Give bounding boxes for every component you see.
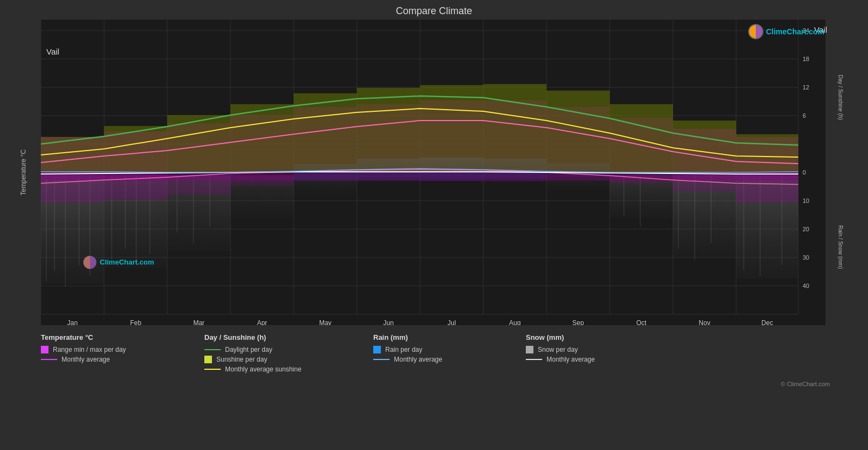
main-chart: 50 40 30 20 10 0 -10 -20 -30 -40 -50 24 …: [41, 20, 825, 325]
svg-rect-75: [104, 126, 167, 172]
svg-text:18: 18: [803, 56, 809, 62]
legend-daylight: Daylight per day: [204, 346, 368, 353]
svg-text:Aug: Aug: [509, 319, 520, 325]
legend-temp-range: Range min / max per day: [41, 346, 199, 353]
svg-rect-91: [673, 175, 736, 191]
snow-swatch: [526, 346, 533, 353]
svg-text:ClimeChart.com: ClimeChart.com: [100, 258, 154, 266]
legend-rain-title: Rain (mm): [373, 333, 520, 341]
snow-label: Snow per day: [538, 346, 578, 353]
svg-text:30: 30: [803, 254, 809, 261]
legend-temp-avg: Monthly average: [41, 356, 199, 363]
svg-text:Oct: Oct: [636, 319, 647, 325]
svg-text:May: May: [319, 319, 332, 325]
svg-text:Sep: Sep: [572, 319, 584, 325]
svg-text:Jun: Jun: [383, 319, 393, 325]
svg-rect-85: [736, 134, 798, 172]
legend-snow-swatch: Snow per day: [526, 346, 673, 353]
legend-rain: Rain (mm) Rain per day Monthly average: [373, 333, 520, 365]
right-axis-bottom-label: Rain / Snow (mm): [837, 172, 843, 322]
rain-swatch: [373, 346, 381, 353]
copyright: © ClimeChart.com: [0, 381, 868, 387]
svg-rect-83: [610, 104, 673, 172]
svg-rect-81: [483, 84, 547, 172]
svg-rect-80: [420, 85, 483, 172]
snow-avg-label: Monthly average: [547, 356, 595, 363]
svg-text:Dec: Dec: [761, 319, 773, 325]
temp-avg-line: [41, 359, 57, 360]
legend-temp-title: Temperature °C: [41, 333, 199, 341]
svg-text:Feb: Feb: [130, 319, 142, 325]
logo-text-top: ClimeChart.com: [766, 27, 824, 36]
svg-text:Apr: Apr: [257, 319, 268, 325]
rain-avg-line: [373, 359, 390, 360]
svg-text:0: 0: [803, 169, 806, 176]
chart-svg-container: Temperature °C: [5, 20, 863, 325]
svg-text:Mar: Mar: [193, 319, 205, 325]
sunshine-swatch: [204, 356, 212, 363]
temp-avg-label: Monthly average: [62, 356, 110, 363]
temp-range-label: Range min / max per day: [53, 346, 126, 353]
svg-text:12: 12: [803, 84, 809, 91]
svg-rect-79: [357, 88, 420, 172]
legend-sunshine-swatch: Sunshine per day: [204, 356, 368, 363]
svg-text:20: 20: [803, 226, 809, 232]
logo-top-right: ClimeChart.com: [748, 24, 824, 39]
legend-area: Temperature °C Range min / max per day M…: [0, 325, 868, 378]
svg-text:6: 6: [803, 112, 806, 119]
svg-text:Jan: Jan: [67, 319, 77, 325]
temp-range-swatch: [41, 346, 48, 353]
avg-sunshine-swatch: [204, 369, 221, 370]
svg-text:Nov: Nov: [699, 319, 710, 325]
svg-text:10: 10: [803, 197, 809, 204]
sunshine-label: Sunshine per day: [216, 356, 267, 363]
legend-temperature: Temperature °C Range min / max per day M…: [41, 333, 199, 365]
legend-snow-avg: Monthly average: [526, 356, 673, 363]
left-y-axis: Temperature °C: [5, 20, 41, 325]
svg-rect-84: [673, 121, 736, 172]
legend-rain-swatch: Rain per day: [373, 346, 520, 353]
svg-rect-89: [230, 175, 294, 186]
page-title: Compare Climate: [0, 0, 868, 20]
daylight-line-swatch: [204, 349, 221, 350]
chart-region: Vail Vail ClimeChart.com Temperature °C: [5, 20, 863, 325]
right-axis-top-label: Day / Sunshine (h): [837, 22, 843, 172]
svg-text:40: 40: [803, 283, 809, 289]
snow-avg-line: [526, 359, 542, 360]
avg-sunshine-label: Monthly average sunshine: [225, 365, 301, 373]
legend-sun-title: Day / Sunshine (h): [204, 333, 368, 341]
legend-rain-avg: Monthly average: [373, 356, 520, 363]
daylight-label: Daylight per day: [225, 346, 272, 353]
location-label-left: Vail: [46, 47, 59, 56]
svg-rect-86: [41, 175, 104, 202]
legend-sunshine: Day / Sunshine (h) Daylight per day Suns…: [204, 333, 368, 375]
rain-avg-label: Monthly average: [394, 356, 442, 363]
right-y-axis: Day / Sunshine (h) Rain / Snow (mm): [825, 20, 855, 325]
svg-rect-92: [736, 175, 798, 202]
legend-avg-sunshine: Monthly average sunshine: [204, 365, 368, 373]
legend-snow-title: Snow (mm): [526, 333, 673, 341]
svg-text:Jul: Jul: [447, 319, 456, 325]
logo-icon-top: [748, 24, 763, 39]
rain-label: Rain per day: [385, 346, 422, 353]
left-axis-label: Temperature °C: [20, 149, 27, 195]
legend-snow: Snow (mm) Snow per day Monthly average: [526, 333, 673, 365]
svg-rect-88: [167, 175, 230, 194]
